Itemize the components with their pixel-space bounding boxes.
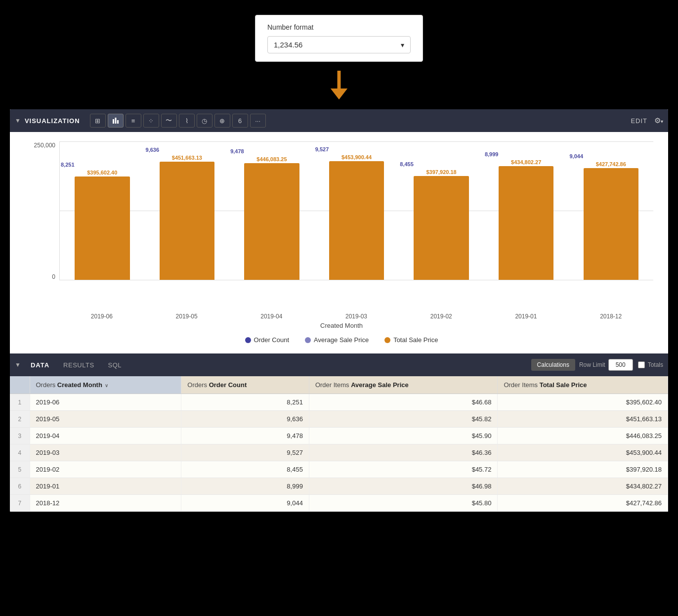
cell-month: 2019-02 (30, 461, 181, 478)
map-tool-btn[interactable]: ⊕ (214, 114, 230, 128)
cell-count: 9,636 (181, 411, 309, 428)
bar-chart-tool-btn[interactable] (108, 114, 124, 128)
main-panel: ▼ VISUALIZATION ⊞ ≡ ⁘ 〜 ⌇ ◷ ⊕ 6 ··· EDIT… (10, 109, 668, 512)
cell-avg-price: $46.68 (309, 394, 498, 411)
data-table: Orders Created Month ∨ Orders Order Coun… (10, 376, 668, 512)
bar-group: $395,602.408,251 (60, 142, 145, 280)
cell-total-price: $446,083.25 (498, 428, 668, 444)
cell-month: 2018-12 (30, 495, 181, 512)
bar-group: $451,663.139,636 (145, 142, 230, 280)
line-tool-btn[interactable]: 〜 (161, 114, 177, 128)
legend-label-order-count: Order Count (254, 336, 290, 344)
row-limit-label: Row Limit (579, 361, 605, 368)
svg-rect-0 (338, 71, 341, 90)
chevron-down-icon: ▾ (401, 41, 404, 49)
table-row: 6 2019-01 8,999 $46.98 $434,802.27 (10, 478, 668, 495)
legend-dot-order-count (245, 337, 251, 343)
x-axis-label: 2019-02 (399, 313, 484, 320)
svg-rect-3 (115, 118, 116, 124)
clock-tool-btn[interactable]: ◷ (197, 114, 212, 128)
bar-orange (499, 166, 554, 280)
cell-month: 2019-05 (30, 411, 181, 428)
visualization-header: ▼ VISUALIZATION ⊞ ≡ ⁘ 〜 ⌇ ◷ ⊕ 6 ··· EDIT… (10, 109, 668, 132)
x-axis-label: 2019-05 (144, 313, 229, 320)
tab-results[interactable]: RESULTS (56, 359, 101, 371)
legend-total-sale-price: Total Sale Price (384, 336, 438, 344)
orange-arrow (329, 71, 349, 100)
cell-total-price: $434,802.27 (498, 478, 668, 495)
x-axis-label: 2019-01 (484, 313, 569, 320)
bar-count-label: 8,455 (400, 161, 414, 167)
bar-group: $453,900.449,527 (314, 142, 399, 280)
cell-avg-price: $45.82 (309, 411, 498, 428)
bar-count-label: 9,044 (569, 153, 583, 159)
table-header-row: Orders Created Month ∨ Orders Order Coun… (10, 376, 668, 394)
x-axis-label: 2019-04 (229, 313, 314, 320)
more-tool-btn[interactable]: ··· (250, 114, 266, 128)
scatter-tool-btn[interactable]: ⁘ (143, 114, 159, 128)
col-header-total-price: Order Items Total Sale Price (498, 376, 668, 394)
bar-group: $427,742.869,044 (568, 142, 653, 280)
bar-orange (329, 161, 384, 280)
cell-month: 2019-03 (30, 444, 181, 461)
gear-button[interactable]: ⚙▾ (654, 116, 663, 125)
legend-avg-sale-price: Average Sale Price (305, 336, 369, 344)
bar-count-label: 9,527 (315, 146, 329, 152)
bar-group: $434,802.278,999 (484, 142, 569, 280)
cell-total-price: $397,920.18 (498, 461, 668, 478)
calculations-button[interactable]: Calculations (531, 359, 575, 371)
list-tool-btn[interactable]: ≡ (126, 114, 141, 128)
number-tool-btn[interactable]: 6 (232, 114, 248, 128)
col-header-count: Orders Order Count (181, 376, 309, 394)
cell-count: 8,999 (181, 478, 309, 495)
row-num: 2 (10, 411, 30, 428)
table-tool-btn[interactable]: ⊞ (90, 114, 106, 128)
collapse-icon[interactable]: ▼ (15, 117, 21, 124)
number-format-select[interactable]: 1,234.56 ▾ (267, 36, 411, 53)
row-num: 6 (10, 478, 30, 495)
bar-orange (584, 168, 639, 280)
x-axis-title: Created Month (30, 322, 653, 329)
row-num: 3 (10, 428, 30, 444)
cell-total-price: $427,742.86 (498, 495, 668, 512)
totals-text: Totals (648, 361, 663, 368)
data-header: ▼ DATA RESULTS SQL Calculations Row Limi… (10, 353, 668, 376)
chart-area: 250,000 0 $395,602.408,251$451,663.139,6… (10, 132, 668, 353)
cell-month: 2019-04 (30, 428, 181, 444)
cell-avg-price: $45.90 (309, 428, 498, 444)
edit-button[interactable]: EDIT (631, 117, 647, 125)
bar-value-label: $397,920.18 (426, 169, 457, 175)
x-axis-label: 2018-12 (568, 313, 653, 320)
bar-count-label: 9,636 (146, 147, 160, 153)
bar-value-label: $451,663.13 (172, 155, 202, 161)
data-title: DATA (24, 361, 56, 369)
row-limit-input[interactable] (608, 359, 633, 371)
area-tool-btn[interactable]: ⌇ (179, 114, 195, 128)
svg-marker-1 (331, 88, 347, 99)
bar-count-label: 8,999 (485, 151, 499, 157)
viz-title: VISUALIZATION (25, 117, 80, 125)
table-row: 5 2019-02 8,455 $45.72 $397,920.18 (10, 461, 668, 478)
row-num: 5 (10, 461, 30, 478)
y-axis: 250,000 0 (30, 142, 59, 280)
cell-avg-price: $46.98 (309, 478, 498, 495)
totals-checkbox[interactable] (638, 361, 645, 368)
bars-section: $395,602.408,251$451,663.139,636$446,083… (59, 142, 653, 280)
table-row: 7 2018-12 9,044 $45.80 $427,742.86 (10, 495, 668, 512)
cell-avg-price: $45.72 (309, 461, 498, 478)
bar-value-label: $446,083.25 (256, 156, 287, 162)
cell-count: 9,044 (181, 495, 309, 512)
row-num-header (10, 376, 30, 394)
bar-orange (244, 163, 299, 280)
svg-rect-2 (113, 119, 114, 124)
cell-month: 2019-06 (30, 394, 181, 411)
number-format-label: Number format (267, 23, 411, 31)
col-header-month[interactable]: Orders Created Month ∨ (30, 376, 181, 394)
cell-total-price: $451,663.13 (498, 411, 668, 428)
bar-orange (414, 176, 469, 280)
bar-count-label: 8,251 (61, 162, 75, 168)
bar-group: $446,083.259,478 (229, 142, 314, 280)
cell-month: 2019-01 (30, 478, 181, 495)
data-collapse-icon[interactable]: ▼ (15, 361, 21, 368)
tab-sql[interactable]: SQL (101, 359, 129, 371)
